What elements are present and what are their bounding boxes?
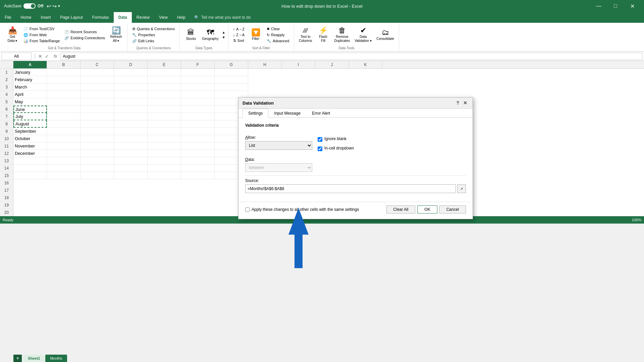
row-header-13[interactable]: 13 — [0, 157, 13, 165]
dialog-close-button[interactable]: ✕ — [462, 100, 469, 106]
cell-A7[interactable]: July — [13, 113, 47, 120]
cell-B14[interactable] — [47, 165, 80, 172]
maximize-button[interactable]: □ — [608, 0, 623, 12]
cell-F13[interactable] — [181, 157, 215, 165]
queries-connections-button[interactable]: ⚙ Queries & Connections — [130, 26, 177, 32]
consolidate-button[interactable]: 🗂 Consolidate — [374, 28, 396, 42]
from-table-button[interactable]: 📊 From Table/Range — [21, 38, 62, 44]
col-header-G[interactable]: G — [215, 61, 248, 68]
cell-E8[interactable] — [148, 120, 181, 128]
cell-A13[interactable] — [13, 157, 47, 165]
formula-input[interactable] — [60, 53, 643, 60]
cell-C13[interactable] — [80, 157, 114, 165]
cell-A14[interactable] — [13, 165, 47, 172]
cell-E14[interactable] — [148, 165, 181, 172]
tab-view[interactable]: View — [154, 12, 172, 23]
cell-A8[interactable]: August — [13, 120, 47, 128]
in-cell-dropdown-checkbox[interactable] — [318, 146, 322, 151]
source-input[interactable] — [245, 184, 456, 193]
data-types-scroll-up[interactable]: ▲ — [222, 30, 225, 35]
cell-B15[interactable] — [47, 172, 80, 179]
cell-E9[interactable] — [148, 128, 181, 135]
clear-all-button[interactable]: Clear All — [386, 205, 416, 214]
cell-E11[interactable] — [148, 142, 181, 150]
zoom-control[interactable]: 100% — [632, 218, 641, 222]
more-icon[interactable]: ▾ — [58, 4, 60, 8]
close-button[interactable]: ✕ — [625, 0, 640, 12]
in-cell-dropdown-label[interactable]: In-cell dropdown — [324, 146, 354, 150]
cell-B1[interactable] — [47, 69, 80, 76]
row-header-2[interactable]: 2 — [0, 76, 13, 83]
col-header-D[interactable]: D — [114, 61, 148, 68]
row-header-7[interactable]: 7 — [0, 113, 13, 120]
cell-C14[interactable] — [80, 165, 114, 172]
cell-F5[interactable] — [181, 98, 215, 106]
data-validation-button[interactable]: ✔ DataValidation ▾ — [353, 26, 374, 44]
col-header-H[interactable]: H — [248, 61, 282, 68]
cell-D11[interactable] — [114, 142, 148, 150]
cell-A15[interactable] — [13, 172, 47, 179]
row-header-17[interactable]: 17 — [0, 187, 13, 194]
cell-D5[interactable] — [114, 98, 148, 106]
row-header-11[interactable]: 11 — [0, 142, 13, 150]
cell-E6[interactable] — [148, 106, 181, 113]
row-header-14[interactable]: 14 — [0, 165, 13, 172]
cell-D4[interactable] — [114, 91, 148, 98]
cell-E10[interactable] — [148, 135, 181, 142]
cell-F2[interactable] — [181, 76, 215, 83]
col-header-C[interactable]: C — [80, 61, 114, 68]
dialog-tab-settings[interactable]: Settings — [243, 109, 268, 118]
dialog-tab-input-message[interactable]: Input Message — [268, 109, 306, 118]
cancel-button[interactable]: Cancel — [439, 205, 466, 214]
cell-C10[interactable] — [80, 135, 114, 142]
col-header-A[interactable]: A — [13, 61, 47, 68]
row-header-15[interactable]: 15 — [0, 172, 13, 179]
cell-B11[interactable] — [47, 142, 80, 150]
cell-A1[interactable]: January — [13, 69, 47, 76]
row-header-9[interactable]: 9 — [0, 128, 13, 135]
sort-asc-button[interactable]: ↑ A→Z — [231, 26, 247, 32]
cell-A12[interactable]: December — [13, 150, 47, 157]
tab-home[interactable]: Home — [16, 12, 36, 23]
new-sheet-button[interactable]: + — [13, 355, 22, 362]
data-types-scroll-down[interactable]: ▼ — [222, 35, 225, 40]
redo-icon[interactable]: ↪ — [52, 3, 57, 9]
ignore-blank-checkbox[interactable] — [318, 137, 322, 142]
cell-E7[interactable] — [148, 113, 181, 120]
cell-B12[interactable] — [47, 150, 80, 157]
cell-D10[interactable] — [114, 135, 148, 142]
geography-button[interactable]: 🗺 Geography — [200, 28, 220, 42]
cell-F15[interactable] — [181, 172, 215, 179]
row-header-1[interactable]: 1 — [0, 69, 13, 76]
row-header-5[interactable]: 5 — [0, 98, 13, 106]
filter-button[interactable]: 🔽 Filter — [247, 28, 264, 42]
tab-file[interactable]: File — [0, 12, 16, 23]
cell-D13[interactable] — [114, 157, 148, 165]
minimize-button[interactable]: — — [591, 0, 606, 12]
cell-E2[interactable] — [148, 76, 181, 83]
cell-A5[interactable]: May — [13, 98, 47, 106]
cell-C1[interactable] — [80, 69, 114, 76]
sort-desc-button[interactable]: ↓ Z→A — [231, 32, 247, 38]
cancel-formula-icon[interactable]: ✕ — [38, 54, 42, 59]
from-web-button[interactable]: 🌐 From Web — [21, 32, 62, 38]
cell-B2[interactable] — [47, 76, 80, 83]
cell-B13[interactable] — [47, 157, 80, 165]
cell-A6[interactable]: June — [13, 106, 47, 113]
cell-D2[interactable] — [114, 76, 148, 83]
autosave-toggle[interactable] — [23, 3, 36, 9]
name-box[interactable] — [1, 53, 32, 60]
tab-page-layout[interactable]: Page Layout — [55, 12, 87, 23]
existing-connections-button[interactable]: 🔗 Existing Connections — [62, 35, 107, 41]
row-header-3[interactable]: 3 — [0, 83, 13, 91]
cell-D15[interactable] — [114, 172, 148, 179]
ignore-blank-label[interactable]: Ignore blank — [324, 136, 346, 141]
flash-fill-button[interactable]: ⚡ FlashFill — [315, 26, 332, 44]
cell-F3[interactable] — [181, 83, 215, 91]
cell-C8[interactable] — [80, 120, 114, 128]
remove-duplicates-button[interactable]: 🗑 RemoveDuplicates — [332, 26, 352, 44]
cell-B5[interactable] — [47, 98, 80, 106]
cell-F6[interactable] — [181, 106, 215, 113]
row-header-4[interactable]: 4 — [0, 91, 13, 98]
cell-B8[interactable] — [47, 120, 80, 128]
